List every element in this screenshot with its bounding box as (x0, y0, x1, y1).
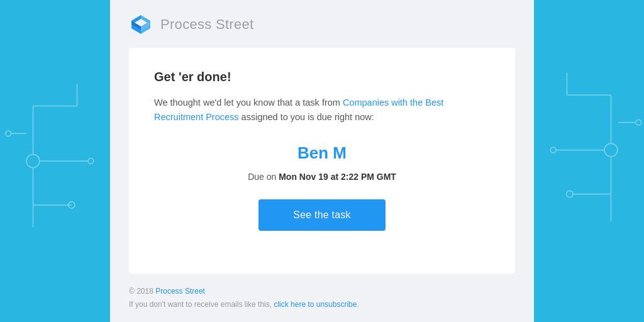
body-intro-text: We thought we'd let you know that a task… (154, 97, 343, 108)
logo-icon (129, 13, 153, 36)
body-outro-text: assigned to you is due right now: (239, 112, 374, 122)
due-label: Due on (248, 172, 279, 182)
cta-container: See the task (154, 199, 490, 231)
due-date-value: Mon Nov 19 at 2:22 PM GMT (279, 172, 396, 182)
email-body-text: We thought we'd let you know that a task… (154, 96, 490, 125)
svg-point-26 (550, 147, 556, 153)
footer-copyright-line: © 2018 Process Street (129, 285, 515, 297)
svg-point-24 (636, 119, 641, 125)
unsubscribe-prefix: If you don't want to receive emails like… (129, 300, 274, 309)
bg-right-decoration (534, 0, 644, 322)
svg-point-0 (26, 155, 40, 168)
task-name: Ben M (154, 143, 490, 163)
bg-left-decoration (0, 0, 110, 322)
svg-point-22 (567, 191, 574, 197)
email-footer: © 2018 Process Street If you don't want … (110, 274, 534, 322)
brand-name: Process Street (160, 16, 253, 33)
due-date: Due on Mon Nov 19 at 2:22 PM GMT (154, 172, 490, 182)
email-header: Process Street (110, 0, 534, 48)
see-task-button[interactable]: See the task (258, 199, 385, 231)
svg-point-7 (6, 131, 11, 136)
email-wrapper: Process Street Get 'er done! We thought … (110, 0, 534, 322)
email-card: Get 'er done! We thought we'd let you kn… (129, 48, 515, 274)
svg-point-17 (604, 143, 618, 157)
copyright-text: © 2018 (129, 287, 155, 296)
footer-unsubscribe-line: If you don't want to receive emails like… (129, 298, 515, 311)
svg-point-9 (88, 158, 94, 164)
unsubscribe-suffix: . (357, 300, 358, 309)
unsubscribe-link[interactable]: click here to unsubscribe (274, 300, 357, 309)
email-headline: Get 'er done! (154, 70, 490, 84)
footer-brand-link[interactable]: Process Street (155, 287, 205, 296)
